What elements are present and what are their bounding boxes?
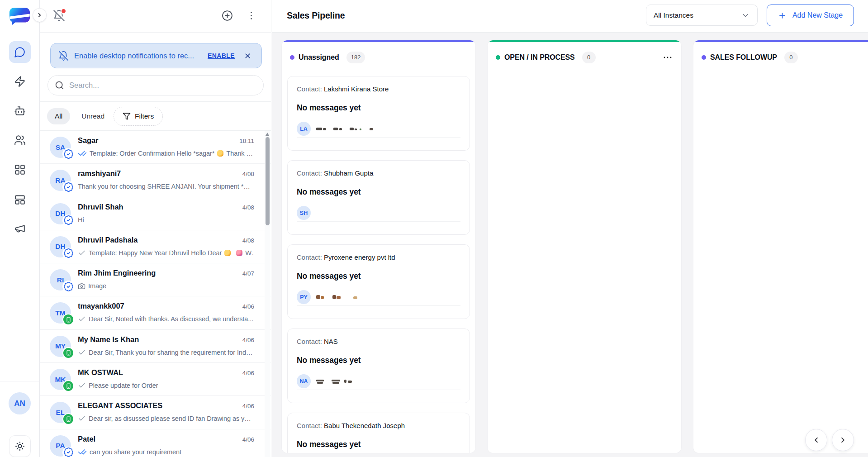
chat-time: 4/08: [242, 204, 254, 211]
filter-chip-all[interactable]: All: [47, 108, 70, 124]
kanban-board: Unassigned182Contact: Lakshmi Kirana Sto…: [272, 33, 868, 457]
chat-name: Dhruvil Padshala: [78, 236, 138, 244]
scroll-up-arrow-icon[interactable]: [266, 133, 269, 136]
chat-list-item[interactable]: SASagar18:11Template: Order Confirmation…: [40, 131, 271, 164]
chat-preview-text: Dear Sir, Thank you for sharing the requ…: [89, 349, 254, 356]
chat-list-item[interactable]: DHDhruvil Padshala4/08Template: Happy Ne…: [40, 230, 271, 263]
verified-badge-icon: [62, 281, 74, 292]
chat-time: 4/08: [242, 171, 254, 177]
filter-chip-unread[interactable]: Unread: [81, 112, 104, 120]
verified-badge-icon: [62, 214, 74, 226]
add-new-stage-button[interactable]: Add New Stage: [767, 5, 854, 26]
chat-name: ramshiyani7: [78, 169, 121, 178]
chat-preview: Template: Happy New Year Dhruvil Hello D…: [78, 248, 254, 258]
user-avatar[interactable]: AN: [9, 392, 31, 414]
camera-icon: [78, 282, 85, 290]
megaphone-icon: [14, 223, 26, 234]
chat-list-item[interactable]: MYMy Name Is Khan4/06Dear Sir, Thank you…: [40, 330, 271, 363]
chat-list-item[interactable]: DHDhruvil Shah4/08Hi: [40, 197, 271, 230]
column-header: OPEN / IN PROCESS0: [488, 45, 681, 70]
verified-badge-icon: [62, 181, 74, 193]
blurred-label-glyphs: [316, 378, 370, 385]
enable-notifications-link[interactable]: ENABLE: [208, 52, 235, 59]
board-scroll-prev-button[interactable]: [805, 429, 827, 451]
column-status-dot: [496, 55, 500, 60]
chat-name: MK OSTWAL: [78, 368, 123, 377]
chat-list-item[interactable]: RAramshiyani74/08Thank you for choosing …: [40, 164, 271, 197]
rail-item-broadcast[interactable]: [9, 218, 31, 239]
users-icon: [14, 134, 26, 146]
filters-label: Filters: [135, 112, 154, 120]
chat-time: 4/08: [242, 237, 254, 244]
filter-chip-filters[interactable]: Filters: [114, 107, 163, 126]
chevron-down-icon: [741, 11, 750, 20]
search-bar[interactable]: [47, 75, 264, 95]
kebab-icon: [246, 10, 257, 21]
chat-preview-text: Dear sir, as disussed please send ID fan…: [89, 415, 254, 422]
rail-item-automation[interactable]: [9, 71, 31, 92]
board-scroll-next-button[interactable]: [832, 429, 854, 451]
pipeline-card[interactable]: Contact: Babu Thekenedath JosephNo messa…: [287, 413, 470, 453]
pipeline-card[interactable]: Contact: Lakshmi Kirana StoreNo messages…: [287, 76, 470, 151]
dismiss-banner-button[interactable]: [244, 52, 251, 60]
verified-badge-icon: [62, 447, 74, 457]
scrollbar-thumb[interactable]: [266, 137, 270, 225]
card-divider: [297, 390, 460, 390]
layout-grid-icon: [14, 164, 26, 176]
chat-preview-text: Thank you for choosing SHREE ANJANI. You…: [78, 183, 254, 190]
expand-panel-button[interactable]: [33, 8, 47, 22]
chat-preview-text: Thank y...: [226, 150, 254, 157]
theme-toggle-button[interactable]: [9, 435, 31, 457]
chat-preview: can you share your requirement: [78, 447, 254, 457]
chat-list-item[interactable]: MKMK OSTWAL4/06Please update for Order: [40, 363, 271, 396]
rail-item-pipelines[interactable]: [9, 188, 31, 210]
chat-preview-text: Template: Happy New Year Dhruvil Hello D…: [89, 249, 222, 257]
card-contact: Contact: Pyroxene energy pvt ltd: [297, 245, 460, 262]
search-input[interactable]: [69, 81, 256, 90]
new-chat-button[interactable]: [222, 10, 233, 23]
chat-list-scrollbar[interactable]: [265, 131, 270, 457]
verified-badge-icon: [62, 148, 74, 160]
phone-badge-icon: [62, 314, 74, 325]
column-header: Unassigned182: [282, 45, 475, 70]
page-title: Sales Pipeline: [287, 10, 345, 21]
rail-item-bots[interactable]: [9, 100, 31, 122]
emoji-clap-icon: [217, 150, 223, 157]
chat-list-item[interactable]: RIRim Jhim Engineering4/07Image: [40, 263, 271, 296]
column-cards: [488, 70, 681, 453]
pipeline-card[interactable]: Contact: Pyroxene energy pvt ltdNo messa…: [287, 244, 470, 319]
notifications-muted-button[interactable]: [53, 10, 66, 22]
rail-item-chats[interactable]: [9, 41, 31, 63]
chat-name: ELEGANT ASSOCIATES: [78, 401, 162, 410]
bot-icon: [14, 105, 26, 117]
card-contact: Contact: Lakshmi Kirana Store: [297, 76, 460, 93]
pipeline-card[interactable]: Contact: NASNo messages yetNA: [287, 328, 470, 403]
chat-name: My Name Is Khan: [78, 335, 139, 344]
chat-name: Patel: [78, 435, 95, 443]
rail-item-dashboard[interactable]: [9, 159, 31, 181]
chevron-right-icon: [839, 436, 847, 444]
column-header: SALES FOLLOWUP0: [693, 45, 868, 70]
verified-badge-icon: [62, 248, 74, 259]
blurred-label-glyphs: [316, 293, 366, 301]
chat-list-item[interactable]: TMtmayankk0074/06Dear Sir, Noted with th…: [40, 296, 271, 329]
instance-filter-select[interactable]: All Instances: [646, 5, 758, 26]
card-last-message: No messages yet: [297, 440, 460, 449]
single-check-icon: [78, 414, 86, 423]
column-menu-button[interactable]: [662, 52, 673, 63]
chat-list-item[interactable]: PAPatel4/06can you share your requiremen…: [40, 429, 271, 457]
chat-menu-button[interactable]: [246, 10, 257, 23]
chat-list-item[interactable]: ELELEGANT ASSOCIATES4/06Dear sir, as dis…: [40, 396, 271, 429]
pipeline-card[interactable]: Contact: Shubham GuptaNo messages yetSH: [287, 160, 470, 235]
app-logo[interactable]: [9, 8, 30, 25]
card-avatar: NA: [297, 374, 311, 388]
rail-item-contacts[interactable]: [9, 129, 31, 151]
card-avatar: LA: [297, 122, 311, 136]
left-rail: AN: [0, 0, 40, 457]
phone-badge-icon: [62, 380, 74, 392]
chat-time: 4/06: [242, 303, 254, 310]
chat-preview: Please update for Order: [78, 381, 254, 390]
card-footer: SH: [297, 206, 460, 220]
pipeline-main: Sales Pipeline All Instances Add New Sta…: [272, 0, 868, 457]
chat-preview-text: can you share your requirement: [90, 448, 181, 456]
